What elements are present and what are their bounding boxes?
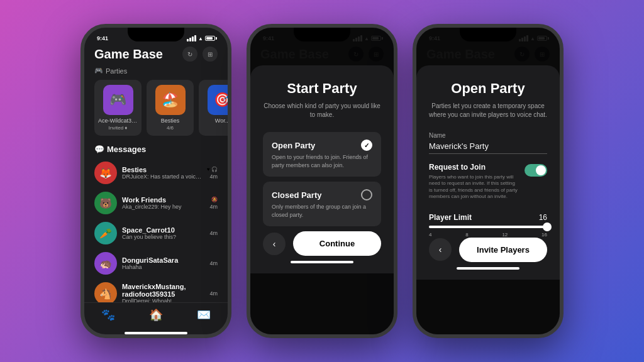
message-time-1: 4m [209,204,218,210]
settings-icon-1[interactable]: ⊞ [203,47,218,62]
message-time-0: 4m [209,173,218,180]
message-preview-0: DRJuiceX: Has started a voice... [122,173,202,180]
phone-2: 9:41 ▲ Game Base ↻ ⊞ [247,24,397,338]
tick-8: 8 [465,232,468,238]
message-info-1: Work Friends Aka_circle229: Hey hey [122,196,204,210]
request-join-section: Request to Join Players who want to join… [429,163,547,200]
message-preview-2: Can you believe this? [122,234,204,240]
party-status-1: 4/6 [150,125,190,131]
message-meta-2: 4m [209,230,218,236]
notch-1 [128,28,184,41]
message-avatar-1: 🐻 [94,192,117,214]
messages-icon: 💬 [94,145,104,154]
modal-bottom-3: ‹ Invite Players [429,238,547,262]
message-name-0: Besties [122,166,202,173]
message-time-2: 4m [209,230,218,236]
party-card-2[interactable]: 🎯 Wor... [199,80,228,136]
status-time-1: 9:41 [97,35,108,41]
tick-12: 12 [502,232,508,238]
phone-1: 9:41 ▲ Game Base ↻ ⊞ 🎮 Parties [80,24,231,338]
party-name-0: Ace-Wildcat365... [98,118,138,124]
message-item-4[interactable]: 🐴 MaverickxMustang, radiofoot359315 Drol… [84,278,228,302]
message-preview-1: Aka_circle229: Hey hey [122,204,204,210]
message-item-0[interactable]: 🦊 Besties DRJuiceX: Has started a voice.… [84,158,228,188]
name-input[interactable]: Maverick's Party [429,141,547,154]
message-item-2[interactable]: 🥕 Space_Carrot10 Can you believe this? 4… [84,218,228,248]
bottom-nav-1: 🐾 🏠 ✉️ [84,302,228,329]
home-indicator-3 [457,267,519,270]
notch-3 [460,28,516,41]
message-time-4: 4m [209,290,218,297]
message-item-3[interactable]: 🦔 DonguriSataSara Hahaha 4m [84,248,228,278]
nav-messages[interactable]: ✉️ [197,308,211,322]
messages-section: 💬 Messages 🦊 Besties DRJuiceX: Has start… [84,140,228,302]
message-info-4: MaverickxMustang, radiofoot359315 DrollD… [122,283,204,302]
option-desc-0: Open to your friends to join. Friends of… [272,153,372,169]
parties-section-label: 🎮 Parties [84,65,228,76]
message-preview-4: DrollDerrei: Whoah! [122,298,204,302]
status-icons-1: ▲ [187,35,215,41]
party-card-0[interactable]: 🎮 Ace-Wildcat365... Invited ♦ [94,80,142,136]
tick-16: 16 [541,232,547,238]
modal-subtitle-3: Parties let you create a temporary space… [429,102,547,119]
message-avatar-4: 🐴 [94,282,117,302]
player-limit-label: Player Limit [429,213,472,222]
option-open-party[interactable]: Open Party Open to your friends to join.… [263,132,381,177]
phone-3: 9:41 ▲ Game Base ↻ ⊞ [413,24,564,338]
modal-bottom-2: ‹ Continue [263,231,381,256]
refresh-icon-1[interactable]: ↻ [182,47,197,62]
message-meta-3: 4m [209,260,218,266]
nav-parties[interactable]: 🐾 [101,308,115,322]
message-info-2: Space_Carrot10 Can you believe this? [122,226,204,240]
home-indicator-1 [125,332,187,334]
message-time-3: 4m [209,260,218,266]
option-desc-1: Only members of the group can join a clo… [272,203,372,219]
message-avatar-2: 🥕 [94,222,117,244]
message-avatar-0: 🦊 [94,162,117,184]
party-avatar-1: 🏖️ [155,85,186,115]
modal-subtitle-2: Choose which kind of party you would lik… [263,102,381,119]
modal-overlay-2: Start Party Choose which kind of party y… [250,28,394,334]
option-name-0: Open Party [272,141,315,150]
message-meta-1: 🔕 4m [209,197,218,210]
request-title: Request to Join [429,163,519,172]
slider-thumb[interactable] [543,222,552,231]
option-name-1: Closed Party [272,190,321,200]
modal-open-party: Open Party Parties let you create a temp… [416,65,560,280]
invite-players-button[interactable]: Invite Players [459,238,547,262]
party-name-2: Wor... [203,118,228,124]
header-icons-1: ↻ ⊞ [182,47,218,62]
message-meta-0: ♥ 🎧 4m [207,167,218,180]
notch-2 [294,28,350,41]
request-desc: Players who want to join this party will… [429,174,519,200]
name-label: Name [429,132,547,139]
message-info-3: DonguriSataSara Hahaha [122,256,204,270]
nav-home[interactable]: 🏠 [149,308,163,322]
message-name-4: MaverickxMustang, radiofoot359315 [122,283,204,298]
app-header-1: Game Base ↻ ⊞ [84,44,228,65]
request-toggle[interactable] [525,164,547,177]
name-section: Name Maverick's Party [429,132,547,154]
back-button-3[interactable]: ‹ [429,238,452,261]
party-status-0: Invited ♦ [98,125,138,131]
modal-start-party: Start Party Choose which kind of party y… [250,65,394,273]
message-meta-4: 4m [209,290,218,297]
option-closed-party[interactable]: Closed Party Only members of the group c… [263,182,381,226]
party-card-1[interactable]: 🏖️ Besties 4/6 [147,80,194,136]
slider-track[interactable] [429,226,547,228]
message-name-3: DonguriSataSara [122,256,204,264]
back-button-2[interactable]: ‹ [263,233,286,255]
message-preview-3: Hahaha [122,264,204,270]
home-indicator-2 [291,261,353,263]
party-name-1: Besties [150,118,190,124]
continue-button[interactable]: Continue [293,231,381,256]
message-item-1[interactable]: 🐻 Work Friends Aka_circle229: Hey hey 🔕 … [84,188,228,218]
signal-icon-1 [187,35,196,41]
message-name-1: Work Friends [122,196,204,204]
radio-open [361,140,372,151]
wifi-icon-1: ▲ [198,36,203,41]
tick-4: 4 [429,232,431,238]
app-title-1: Game Base [94,47,163,62]
modal-overlay-3: Open Party Parties let you create a temp… [416,28,560,334]
messages-label: 💬 Messages [84,142,228,158]
